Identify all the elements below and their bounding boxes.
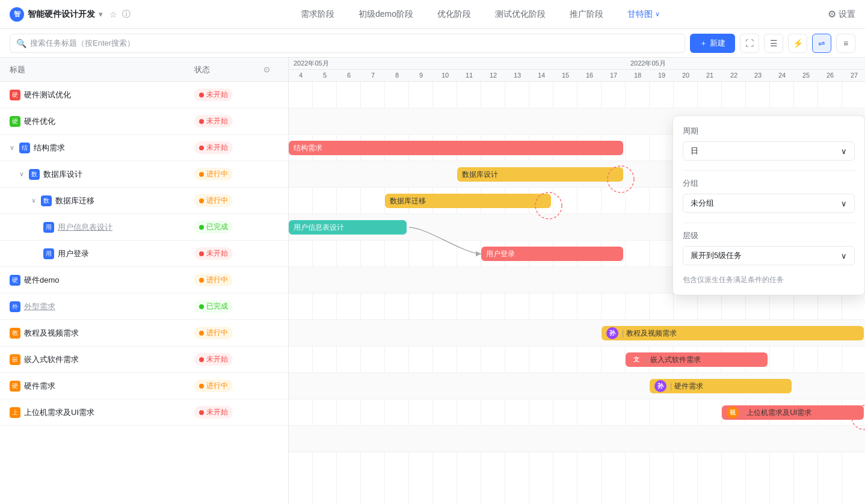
period-select[interactable]: 日 ∨: [683, 141, 855, 161]
task-row[interactable]: 硬 硬件需求 进行中: [0, 373, 288, 399]
star-icon[interactable]: ☆: [109, 10, 117, 19]
task-icon: 教: [10, 328, 20, 339]
task-status-cell: 未开始: [194, 88, 254, 101]
status-label: 进行中: [206, 328, 228, 338]
nav-gantt[interactable]: 甘特图 ∨: [625, 9, 662, 20]
gantt-day-cell: 26: [818, 72, 842, 79]
level-select[interactable]: 展开到5级任务 ∨: [683, 246, 855, 265]
settings-filter-button[interactable]: ⇌: [812, 34, 831, 53]
task-row[interactable]: 硬 硬件demo 进行中: [0, 267, 288, 293]
nav-requirements[interactable]: 需求阶段: [298, 9, 337, 20]
task-title-cell: 用 用户登录: [43, 248, 194, 259]
task-icon: 结: [19, 143, 30, 153]
status-dot: [199, 225, 204, 230]
settings-nav[interactable]: ⚙ 设置: [828, 8, 855, 20]
brand[interactable]: 智 智能硬件设计开发 ▾: [10, 7, 102, 22]
nav-test-optimize[interactable]: 测试优化阶段: [493, 9, 548, 20]
status-badge: 进行中: [194, 380, 233, 392]
task-status-cell: 进行中: [194, 274, 254, 286]
task-title-cell: 硬 硬件优化: [10, 116, 194, 127]
task-icon: 硬: [10, 90, 20, 100]
task-status-cell: 已完成: [194, 221, 254, 233]
task-row[interactable]: 硬 硬件优化 未开始: [0, 108, 288, 135]
gantt-day-cell: 7: [361, 72, 385, 79]
task-icon: 嵌: [10, 354, 20, 365]
status-badge: 未开始: [194, 406, 233, 419]
fullscreen-button[interactable]: ⛶: [740, 34, 759, 53]
dropdown-panel: 周期 日 ∨ 分组 未分组 ∨ 层级 展开到5级任务 ∨ 包含仅派生任务满足条件…: [673, 115, 865, 295]
nav-promote[interactable]: 推广阶段: [567, 9, 606, 20]
brand-dropdown-icon[interactable]: ▾: [99, 10, 102, 19]
view-toggle-button[interactable]: ☰: [764, 34, 783, 53]
status-dot: [199, 304, 204, 309]
task-row[interactable]: 教 教程及视频需求 进行中: [0, 320, 288, 346]
task-title-cell: ∨ 数 数据库迁移: [31, 195, 194, 206]
status-dot: [199, 357, 204, 362]
status-dot: [199, 331, 204, 336]
task-row[interactable]: ∨ 结 结构需求 未开始: [0, 135, 288, 161]
settings-filter-icon: ⇌: [818, 38, 825, 48]
task-row[interactable]: 嵌 嵌入式软件需求 未开始: [0, 346, 288, 373]
task-name: 嵌入式软件需求: [24, 354, 79, 365]
task-row[interactable]: 用 用户信息表设计 已完成: [0, 214, 288, 241]
collapse-btn[interactable]: ∨: [10, 144, 14, 152]
status-badge: 进行中: [194, 168, 233, 180]
gantt-month-label-2: 2022年05月: [626, 59, 818, 68]
task-row[interactable]: 外 外型需求 已完成: [0, 293, 288, 320]
status-label: 未开始: [206, 90, 228, 100]
brand-title: 智能硬件设计开发: [28, 9, 95, 20]
collapse-btn[interactable]: ∨: [31, 197, 36, 204]
gantt-row-bg: [289, 373, 865, 399]
settings-gear-icon: ⚙: [828, 8, 836, 20]
col-status-header: 状态: [194, 64, 254, 75]
gantt-day-cell: 11: [457, 72, 481, 79]
status-label: 进行中: [206, 169, 228, 179]
task-row[interactable]: ∨ 数 数据库设计 进行中: [0, 161, 288, 188]
gantt-month-label-1: 2022年05月: [289, 59, 626, 68]
status-dot: [199, 198, 204, 203]
status-badge: 进行中: [194, 194, 233, 207]
status-dot: [199, 172, 204, 177]
status-dot: [199, 278, 204, 283]
task-title-cell: 教 教程及视频需求: [10, 328, 194, 339]
task-row[interactable]: 用 用户登录 未开始: [0, 241, 288, 267]
task-list: 标题 状态 ⊙ 硬 硬件测试优化 未开始: [0, 58, 289, 504]
gantt-day-cell: 23: [746, 72, 770, 79]
task-title-cell: 上 上位机需求及UI需求: [10, 407, 194, 418]
nav-optimize[interactable]: 优化阶段: [435, 9, 473, 20]
task-title-cell: ∨ 数 数据库设计: [19, 169, 194, 180]
nav-gantt-chevron: ∨: [655, 10, 660, 18]
task-icon: 硬: [10, 275, 20, 286]
task-row[interactable]: 硬 硬件测试优化 未开始: [0, 82, 288, 108]
divider-2: [683, 223, 855, 223]
level-chevron: ∨: [841, 251, 847, 260]
status-label: 进行中: [206, 195, 228, 206]
status-label: 未开始: [206, 354, 228, 364]
nav-demo[interactable]: 初级demo阶段: [356, 9, 416, 20]
filter-button[interactable]: ⚡: [788, 34, 807, 53]
new-plus-icon: ＋: [700, 38, 707, 49]
task-status-cell: 进行中: [194, 327, 254, 339]
gantt-day-cell: 22: [722, 72, 746, 79]
filter-icon: ⚡: [793, 38, 803, 48]
task-icon: 外: [10, 301, 20, 312]
status-badge: 未开始: [194, 247, 233, 260]
group-select[interactable]: 未分组 ∨: [683, 194, 855, 213]
nav-items: 需求阶段 初级demo阶段 优化阶段 测试优化阶段 推广阶段 甘特图 ∨: [133, 9, 828, 20]
task-title-cell: 硬 硬件需求: [10, 381, 194, 392]
new-button[interactable]: ＋ 新建: [690, 34, 735, 53]
more-button[interactable]: ≡: [836, 34, 855, 53]
gantt-day-cell: 17: [602, 72, 626, 79]
task-row[interactable]: ∨ 数 数据库迁移 进行中: [0, 188, 288, 214]
collapse-btn[interactable]: ∨: [19, 170, 24, 178]
task-title-cell: 硬 硬件demo: [10, 275, 194, 286]
task-name: 用户登录: [58, 248, 89, 259]
level-section-title: 层级: [683, 230, 855, 241]
task-icon: 上: [10, 407, 20, 418]
task-row[interactable]: 上 上位机需求及UI需求 未开始: [0, 399, 288, 426]
task-icon: 数: [41, 195, 52, 206]
task-name: 上位机需求及UI需求: [24, 407, 94, 418]
task-rows: 硬 硬件测试优化 未开始 硬 硬件优化: [0, 82, 288, 504]
search-box[interactable]: 🔍 搜索任务标题（按Enter搜索）: [10, 34, 685, 53]
info-icon[interactable]: ⓘ: [122, 9, 131, 20]
